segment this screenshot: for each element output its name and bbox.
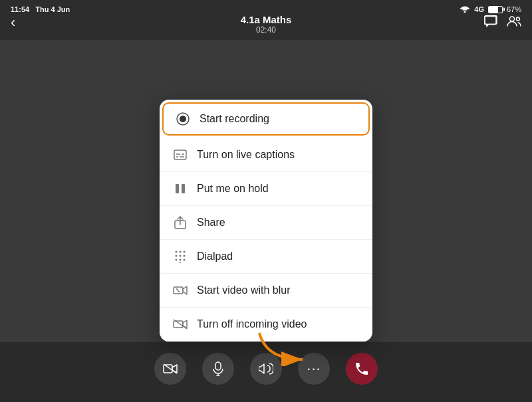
svg-point-20 [180,259,182,261]
menu-item-dialpad[interactable]: Dialpad [160,240,372,274]
share-icon [173,215,188,230]
status-bar: 11:54 Thu 4 Jun 4G 67% [0,0,532,19]
video-off-icon [173,317,188,332]
svg-point-19 [176,259,178,261]
video-button[interactable] [154,353,186,385]
svg-point-22 [180,262,182,264]
svg-rect-10 [176,184,179,193]
svg-point-13 [176,251,178,253]
arrow-annotation [253,326,313,369]
call-duration: 02:40 [241,25,292,35]
menu-label-share: Share [197,217,225,229]
video-blur-icon [173,283,188,298]
status-right-icons: 4G 67% [460,5,521,14]
signal-label: 4G [474,5,484,13]
svg-rect-11 [182,184,185,193]
menu-item-put-on-hold[interactable]: Put me on hold [160,172,372,206]
battery-label: 67% [507,5,521,13]
svg-point-18 [184,255,186,257]
captions-icon [173,148,188,162]
mute-button[interactable] [202,353,234,385]
menu-label-put-on-hold: Put me on hold [197,183,269,195]
menu-label-live-captions: Turn on live captions [197,149,295,161]
wifi-icon [460,5,470,14]
end-call-button[interactable] [346,353,378,385]
battery-icon [488,6,503,13]
svg-rect-25 [174,321,183,328]
menu-item-start-recording[interactable]: Start recording [162,102,370,136]
dialpad-icon [173,249,188,264]
svg-point-15 [184,251,186,253]
status-time-date: 11:54 Thu 4 Jun [11,5,70,13]
record-icon [176,112,190,126]
svg-rect-30 [215,362,221,370]
hold-icon [173,181,188,196]
menu-item-live-captions[interactable]: Turn on live captions [160,138,372,172]
svg-point-16 [176,255,178,257]
svg-point-14 [180,251,182,253]
svg-point-4 [180,116,186,122]
menu-label-dialpad: Dialpad [197,251,233,262]
svg-line-24 [176,288,180,292]
menu-item-share[interactable]: Share [160,206,372,240]
context-menu: Start recording Turn on live captions Pu… [160,100,372,342]
svg-point-21 [184,259,186,261]
menu-label-video-blur: Start video with blur [197,284,291,296]
svg-rect-5 [174,150,186,159]
menu-label-start-recording: Start recording [200,113,269,125]
svg-point-17 [180,255,182,257]
menu-item-video-blur[interactable]: Start video with blur [160,274,372,308]
